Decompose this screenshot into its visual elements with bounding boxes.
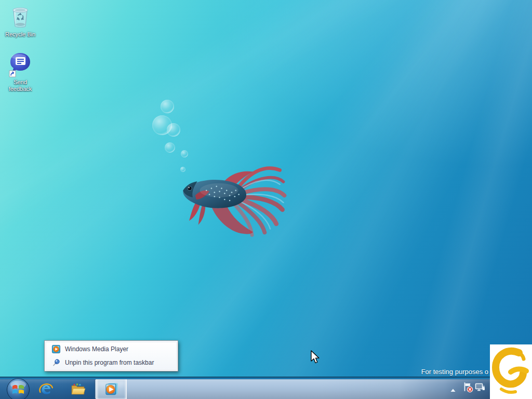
taskbar-jumplist-menu: Windows Media Player Unpin this program … (44, 340, 178, 371)
bubble (161, 100, 174, 113)
gold-g-logo (490, 344, 532, 399)
internet-explorer-icon (38, 381, 54, 397)
bubble (152, 115, 172, 135)
jumplist-item-label: Unpin this program from taskbar (65, 359, 154, 366)
recycle-bin-icon (8, 3, 33, 30)
light-ray (63, 0, 532, 399)
jumplist-item-label: Windows Media Player (65, 345, 128, 353)
mouse-cursor (310, 350, 320, 365)
desktop-icon-send-feedback[interactable]: Send feedback (3, 52, 37, 92)
betta-fish-wallpaper (176, 159, 288, 240)
windows-media-player-icon (104, 381, 119, 397)
shortcut-arrow-overlay (9, 71, 16, 77)
taskbar-separator (95, 380, 96, 398)
taskbar-button-windows-media-player[interactable] (96, 379, 127, 399)
testing-watermark: For testing purposes o (421, 368, 488, 376)
jumplist-item-windows-media-player[interactable]: Windows Media Player (46, 342, 176, 356)
desktop: Recycle Bin Send feedback For testing pu… (0, 0, 532, 399)
light-ray (335, 0, 532, 399)
bubble (165, 142, 175, 153)
desktop-icon-recycle-bin[interactable]: Recycle Bin (3, 3, 37, 38)
windows-explorer-folder-icon (70, 381, 86, 397)
desktop-icon-label: Send feedback (3, 79, 37, 92)
taskbar (0, 377, 532, 399)
desktop-icon-label: Recycle Bin (3, 31, 37, 38)
action-center-flag-icon[interactable] (463, 382, 474, 395)
show-hidden-icons-chevron-icon[interactable] (450, 385, 456, 395)
windows-media-player-icon (52, 345, 60, 353)
windows-start-orb-icon (6, 378, 30, 399)
jumplist-item-unpin[interactable]: Unpin this program from taskbar (46, 356, 176, 369)
bubble (167, 123, 180, 137)
start-button[interactable] (6, 378, 30, 399)
unpin-pushpin-icon (52, 358, 60, 367)
send-feedback-icon (8, 52, 32, 78)
gold-g-logo-overlay (490, 344, 532, 399)
network-status-icon[interactable] (475, 382, 485, 394)
taskbar-button-internet-explorer[interactable] (32, 379, 59, 399)
bubble (181, 150, 188, 157)
taskbar-button-windows-explorer[interactable] (64, 379, 91, 399)
